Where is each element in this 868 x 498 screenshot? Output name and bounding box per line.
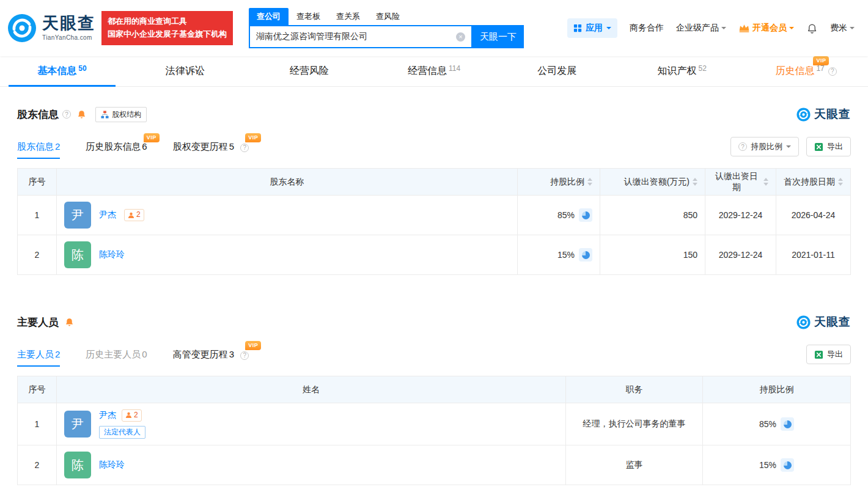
shareholders-table-header-row: 序号 股东名称 持股比例 认缴出资额(万元) 认缴出资日期 首次持股日期 [18, 169, 851, 196]
pie-chart-icon[interactable] [781, 417, 794, 431]
pie-chart-icon[interactable] [579, 248, 592, 262]
tab-label: 经营信息 [408, 65, 447, 78]
search-area: 查公司 查老板 查关系 查风险 湖南优之源咨询管理有限公司 天眼一下 [249, 8, 524, 48]
search-input[interactable]: 湖南优之源咨询管理有限公司 [249, 25, 473, 48]
personnel-section: 主要人员 天眼查 主要人员2 历史主要人员0 [17, 314, 851, 485]
legal-representative-tag[interactable]: 法定代表人 [99, 426, 145, 439]
person-name-cell: 尹 尹杰 2 [57, 403, 566, 445]
shareholding-ratio-filter-button[interactable]: 持股比例 [730, 137, 799, 156]
subscribe-bell-icon[interactable] [64, 317, 75, 328]
clear-icon[interactable] [456, 32, 465, 42]
tab-label: 法律诉讼 [166, 65, 205, 78]
tab-history-info[interactable]: VIP 历史信息 17 [744, 56, 868, 86]
avatar[interactable]: 尹 [64, 202, 91, 229]
logo-text: 天眼查 TianYanCha.com [42, 15, 95, 41]
sort-icon[interactable] [587, 178, 592, 186]
ratio-cell: 15% [518, 235, 600, 275]
ratio-value: 85% [557, 210, 575, 220]
col-header-date[interactable]: 认缴出资日期 [705, 169, 776, 196]
tab-operation-risk[interactable]: 经营风险 [248, 56, 372, 86]
position-cell: 经理，执行公司事务的董事 [566, 403, 703, 445]
help-icon[interactable] [828, 67, 837, 76]
tianyancha-logo[interactable]: 天眼查 TianYanCha.com [7, 13, 95, 43]
enterprise-products-link[interactable]: 企业级产品 [676, 23, 726, 34]
apps-button[interactable]: 应用 [567, 18, 617, 38]
export-button[interactable]: 导出 [806, 137, 851, 156]
tab-business-info[interactable]: 经营信息 114 [372, 56, 496, 86]
sort-icon[interactable] [693, 178, 697, 186]
search-button[interactable]: 天眼一下 [473, 25, 524, 48]
chevron-down-icon [789, 27, 794, 32]
help-icon [738, 142, 747, 151]
business-cooperation-link[interactable]: 商务合作 [630, 23, 664, 34]
username: 费米 [830, 23, 847, 34]
ratio-value: 15% [557, 250, 575, 260]
subtab-label: 历史主要人员 [86, 349, 141, 359]
avatar[interactable]: 尹 [64, 411, 91, 438]
search-tab-company[interactable]: 查公司 [249, 8, 289, 25]
tab-basic-info[interactable]: 基本信息 50 [0, 56, 124, 86]
search-tab-relation[interactable]: 查关系 [328, 8, 368, 25]
col-header-amount[interactable]: 认缴出资额(万元) [600, 169, 705, 196]
ratio-cell: 15% [703, 445, 851, 485]
positions-count-badge[interactable]: 2 [122, 409, 142, 422]
search-tab-risk[interactable]: 查风险 [368, 8, 408, 25]
apps-grid-icon [573, 24, 582, 32]
subtab-executive-change-history[interactable]: VIP 高管变更历程3 [173, 349, 249, 367]
help-icon[interactable] [62, 110, 71, 119]
tab-company-development[interactable]: 公司发展 [496, 56, 620, 86]
date-cell: 2029-12-24 [705, 235, 776, 275]
search-tab-boss[interactable]: 查老板 [289, 8, 328, 25]
row-no: 1 [18, 196, 57, 235]
tab-count: 50 [78, 64, 86, 73]
avatar[interactable]: 陈 [64, 241, 91, 268]
subscribe-bell-icon[interactable] [76, 109, 87, 120]
positions-count: 2 [134, 411, 138, 420]
subtab-history-personnel[interactable]: 历史主要人员0 [86, 349, 147, 367]
vip-membership-link[interactable]: 开通会员 [738, 23, 794, 34]
subtab-count: 3 [229, 349, 234, 359]
col-header-ratio[interactable]: 持股比例 [518, 169, 600, 196]
avatar[interactable]: 陈 [64, 452, 91, 478]
pie-chart-icon[interactable] [579, 208, 592, 222]
tab-intellectual-property[interactable]: 知识产权 52 [620, 56, 744, 86]
help-icon[interactable] [240, 144, 249, 152]
vip-membership-label: 开通会员 [752, 23, 787, 34]
personnel-table: 序号 姓名 职务 持股比例 1 尹 [17, 376, 851, 485]
subtab-label: 股东信息 [17, 141, 54, 152]
subtab-history-shareholders[interactable]: VIP 历史股东信息6 [86, 141, 147, 159]
person-name-link[interactable]: 尹杰 [99, 410, 116, 421]
person-name-link[interactable]: 陈玲玲 [99, 460, 125, 471]
search-input-value: 湖南优之源咨询管理有限公司 [256, 31, 367, 42]
shareholders-subtabs: 股东信息2 VIP 历史股东信息6 VIP 股权变更历程5 [17, 141, 249, 159]
tab-legal-litigation[interactable]: 法律诉讼 [124, 56, 248, 86]
subtab-count: 2 [55, 349, 60, 359]
personnel-table-header-row: 序号 姓名 职务 持股比例 [18, 376, 851, 403]
subtab-equity-change-history[interactable]: VIP 股权变更历程5 [173, 141, 249, 159]
pie-chart-icon[interactable] [781, 458, 794, 472]
chevron-down-icon [721, 27, 726, 32]
sort-icon[interactable] [838, 178, 843, 186]
notification-bell-icon[interactable] [806, 23, 818, 34]
subtab-count: 0 [142, 349, 147, 359]
subtab-label: 历史股东信息 [86, 141, 141, 152]
shareholder-name-link[interactable]: 陈玲玲 [99, 249, 125, 260]
user-menu[interactable]: 费米 [830, 23, 855, 34]
shareholder-name-link[interactable]: 尹杰 [99, 210, 116, 221]
search-bar: 湖南优之源咨询管理有限公司 天眼一下 [249, 25, 524, 48]
tab-label-wrap: VIP 历史信息 [775, 65, 814, 78]
equity-structure-button[interactable]: 股权结构 [95, 107, 147, 122]
shareholders-actions: 持股比例 导出 [730, 137, 851, 159]
subtab-current-personnel[interactable]: 主要人员2 [17, 349, 60, 367]
subtab-current-shareholders[interactable]: 股东信息2 [17, 141, 60, 159]
subtab-label: 股权变更历程 [173, 141, 228, 152]
tab-count: 114 [449, 64, 460, 73]
col-header-first-date[interactable]: 首次持股日期 [776, 169, 851, 196]
first-date-cell: 2026-04-24 [776, 196, 851, 235]
subtab-label: 高管变更历程 [173, 349, 228, 359]
sort-icon[interactable] [763, 178, 768, 186]
positions-count-badge[interactable]: 2 [124, 209, 144, 221]
subtab-count: 6 [142, 141, 147, 152]
help-icon[interactable] [240, 351, 249, 360]
export-button[interactable]: 导出 [806, 345, 851, 364]
